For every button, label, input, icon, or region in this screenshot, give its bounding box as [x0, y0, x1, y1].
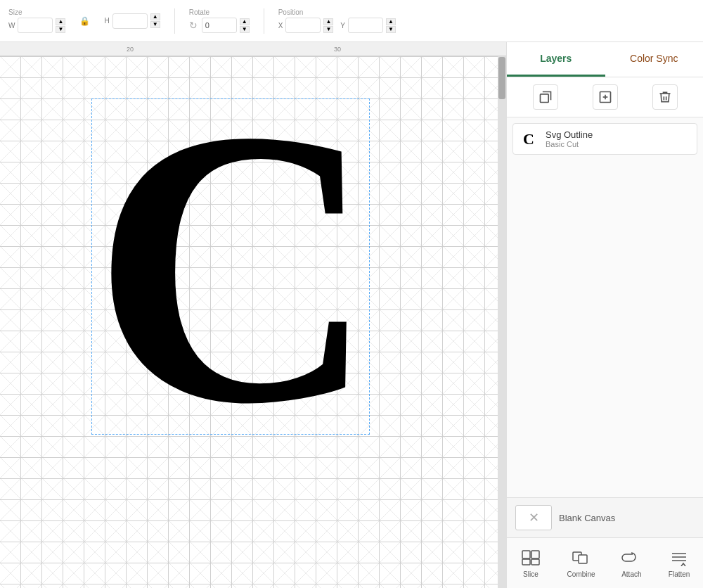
- y-label: Y: [340, 22, 345, 30]
- svg-rect-6: [522, 559, 530, 565]
- blank-canvas-row[interactable]: ✕ Blank Canvas: [515, 505, 695, 530]
- height-input[interactable]: [112, 13, 148, 29]
- layers-tab-label: Layers: [540, 53, 572, 64]
- combine-label: Combine: [567, 570, 595, 578]
- ruler-mark-20: 20: [127, 46, 134, 53]
- svg-rect-5: [531, 551, 539, 558]
- height-label: H: [104, 17, 109, 25]
- attach-icon: [620, 548, 643, 568]
- color-sync-tab-label: Color Sync: [630, 53, 678, 64]
- height-stepper[interactable]: ▲ ▼: [150, 13, 160, 28]
- size-group: Size W ▲ ▼: [8, 8, 65, 33]
- x-input[interactable]: [285, 18, 321, 33]
- add-button[interactable]: [593, 84, 618, 110]
- svg-rect-0: [540, 94, 548, 103]
- rotate-stepper[interactable]: ▲ ▼: [240, 18, 250, 33]
- horizontal-ruler: 20 30: [0, 42, 506, 56]
- blank-canvas-x-icon: ✕: [529, 510, 539, 525]
- svg-rect-7: [531, 559, 539, 565]
- delete-button[interactable]: [652, 84, 678, 110]
- svg-rect-9: [579, 555, 587, 563]
- x-stepper[interactable]: ▲ ▼: [323, 18, 333, 33]
- blank-canvas-label: Blank Canvas: [559, 513, 615, 523]
- y-input[interactable]: [348, 18, 383, 33]
- layer-info: Svg Outline Basic Cut: [546, 129, 593, 148]
- panel-actions: Slice Combine Attach: [507, 537, 703, 588]
- height-up[interactable]: ▲: [150, 13, 160, 20]
- right-panel: Layers Color Sync: [506, 42, 703, 588]
- vertical-scrollbar[interactable]: [498, 56, 506, 588]
- height-group: H ▲ ▼: [104, 13, 160, 29]
- rotate-group: Rotate ↻ ▲ ▼: [189, 8, 250, 33]
- y-up[interactable]: ▲: [386, 18, 396, 25]
- layer-item-icon: C: [519, 130, 538, 148]
- divider1: [174, 8, 175, 34]
- width-up[interactable]: ▲: [56, 18, 65, 25]
- blank-canvas-thumbnail: ✕: [515, 505, 552, 530]
- svg-rect-4: [522, 551, 530, 558]
- rotate-up[interactable]: ▲: [240, 18, 250, 25]
- ruler-mark-30: 30: [334, 46, 341, 53]
- x-down[interactable]: ▼: [323, 26, 333, 33]
- width-label: W: [8, 22, 15, 30]
- rotate-input[interactable]: [202, 18, 237, 33]
- slice-button[interactable]: Slice: [512, 544, 549, 582]
- top-toolbar: Size W ▲ ▼ 🔒 H ▲ ▼ Rotate ↻ ▲: [0, 0, 703, 42]
- size-label: Size: [8, 8, 22, 16]
- width-input[interactable]: [18, 18, 53, 33]
- divider2: [264, 8, 264, 34]
- letter-c-wrapper[interactable]: C: [91, 98, 370, 435]
- position-group: Position X ▲ ▼ Y ▲ ▼: [278, 8, 396, 33]
- x-label: X: [278, 22, 283, 30]
- layer-type: Basic Cut: [546, 140, 593, 148]
- flatten-button[interactable]: Flatten: [661, 544, 697, 582]
- position-label: Position: [278, 8, 304, 16]
- rotate-icon: ↻: [189, 20, 198, 31]
- slice-icon: [520, 548, 542, 568]
- canvas-area: 20 30 C: [0, 42, 506, 588]
- tab-layers[interactable]: Layers: [507, 42, 605, 77]
- y-down[interactable]: ▼: [386, 26, 396, 33]
- attach-label: Attach: [621, 570, 641, 578]
- width-down[interactable]: ▼: [56, 26, 65, 33]
- layer-name: Svg Outline: [546, 129, 593, 140]
- canvas-grid[interactable]: C: [0, 56, 498, 588]
- letter-c: C: [92, 99, 369, 434]
- lock-icon[interactable]: 🔒: [79, 16, 90, 26]
- slice-label: Slice: [523, 570, 538, 578]
- x-up[interactable]: ▲: [323, 18, 333, 25]
- rotate-down[interactable]: ▼: [240, 26, 250, 33]
- combine-icon: [570, 548, 593, 568]
- panel-bottom: ✕ Blank Canvas: [507, 497, 703, 537]
- panel-tabs: Layers Color Sync: [507, 42, 703, 77]
- attach-button[interactable]: Attach: [613, 544, 650, 582]
- layer-item[interactable]: C Svg Outline Basic Cut: [512, 123, 697, 155]
- height-down[interactable]: ▼: [150, 21, 160, 28]
- scrollbar-thumb[interactable]: [498, 57, 505, 99]
- panel-icon-row: [507, 77, 703, 117]
- main-area: 20 30 C Layers Color Sync: [0, 42, 703, 588]
- width-stepper[interactable]: ▲ ▼: [56, 18, 65, 33]
- flatten-label: Flatten: [669, 570, 690, 578]
- flatten-icon: [668, 548, 690, 568]
- y-stepper[interactable]: ▲ ▼: [386, 18, 396, 33]
- tab-color-sync[interactable]: Color Sync: [605, 42, 704, 77]
- combine-button[interactable]: Combine: [560, 544, 602, 582]
- duplicate-button[interactable]: [533, 84, 558, 110]
- layers-list: C Svg Outline Basic Cut: [507, 117, 703, 497]
- rotate-label: Rotate: [189, 8, 209, 16]
